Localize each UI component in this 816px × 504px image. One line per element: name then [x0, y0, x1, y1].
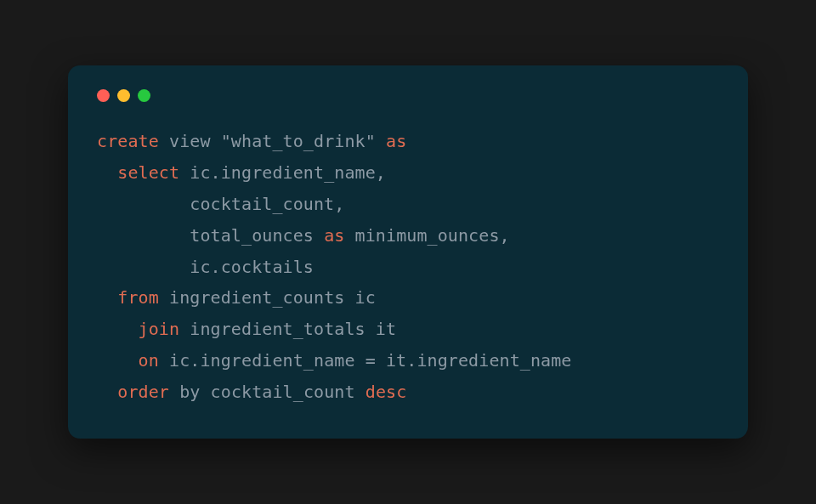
code-token: ingredient_totals it: [179, 319, 396, 339]
code-token: ingredient_counts ic: [159, 287, 376, 308]
code-token: [169, 382, 179, 402]
code-token: minimum_ounces,: [344, 225, 509, 246]
code-token: join: [139, 319, 180, 339]
code-token: order: [117, 382, 169, 402]
code-token: ic.cocktails: [190, 257, 314, 277]
minimize-icon[interactable]: [117, 89, 130, 102]
code-token: on: [139, 350, 159, 371]
code-token: [376, 131, 386, 151]
code-token: select: [117, 162, 179, 183]
zoom-icon[interactable]: [138, 89, 150, 102]
close-icon[interactable]: [97, 89, 110, 102]
code-token: as: [386, 131, 406, 151]
code-token: cocktail_count: [200, 382, 365, 402]
code-token: ic.ingredient_name,: [179, 162, 386, 183]
code-token: as: [324, 225, 344, 246]
sql-code-block: create view "what_to_drink" as select ic…: [97, 126, 719, 407]
code-token: view: [159, 131, 221, 151]
code-token: cocktail_count,: [190, 194, 344, 214]
code-token: by: [179, 382, 200, 402]
code-token: from: [117, 287, 159, 308]
window-traffic-lights: [97, 89, 719, 102]
code-token: "what_to_drink": [221, 131, 376, 151]
code-token: ic.ingredient_name = it.ingredient_name: [159, 350, 572, 371]
code-token: desc: [366, 382, 407, 402]
code-token: create: [97, 131, 159, 151]
code-token: total_ounces: [190, 225, 324, 246]
code-window: create view "what_to_drink" as select ic…: [68, 65, 748, 438]
